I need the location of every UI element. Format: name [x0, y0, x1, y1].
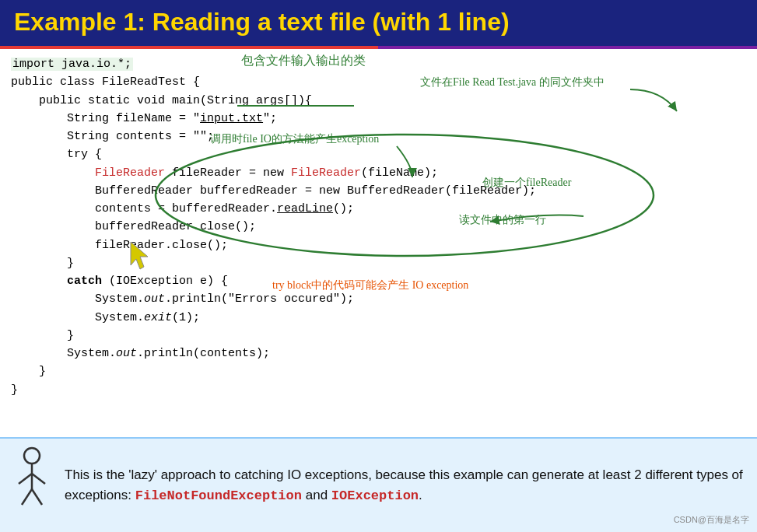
code-line-closetry: }: [11, 254, 746, 272]
svg-point-2: [24, 448, 40, 464]
code-line-contents: String contents = "";: [11, 128, 746, 145]
info-box-text: This is the 'lazy' approach to catching …: [65, 465, 746, 506]
code-line-close1: bufferedReader.close();: [11, 218, 746, 236]
code-line-import: import java.io.*;: [11, 55, 746, 73]
code-line-println2: System.out.println(contents);: [11, 345, 746, 362]
code-line-closecatch: }: [11, 327, 746, 345]
svg-line-6: [22, 489, 32, 505]
info-box: This is the 'lazy' approach to catching …: [0, 437, 757, 532]
slide: Example 1: Reading a text file (with 1 l…: [0, 0, 757, 532]
code-line-exit: System.exit(1);: [11, 309, 746, 327]
code-line-println1: System.out.println("Errors occured");: [11, 290, 746, 308]
code-line-filereader: FileReader fileReader = new FileReader(f…: [11, 164, 746, 182]
svg-line-4: [19, 474, 32, 484]
code-line-closeclass2: }: [11, 381, 746, 399]
code-line-class: public class FileReadTest {: [11, 73, 746, 91]
slide-title: Example 1: Reading a text file (with 1 l…: [14, 8, 510, 37]
stick-figure: [11, 446, 54, 524]
code-line-buffered: BufferedReader bufferedReader = new Buff…: [11, 182, 746, 200]
code-line-filename: String fileName = "input.txt";: [11, 110, 746, 128]
svg-line-5: [32, 474, 45, 484]
period: .: [419, 488, 422, 502]
code-line-closeclass1: }: [11, 362, 746, 380]
svg-line-7: [32, 489, 42, 505]
code-line-catch: catch (IOException e) {: [11, 272, 746, 290]
code-area: import java.io.*; public class FileReadT…: [0, 49, 757, 461]
code-line-close2: fileReader.close();: [11, 236, 746, 254]
and-text: and: [306, 488, 328, 502]
import-highlight: import java.io.*;: [11, 58, 133, 71]
code-line-readline: contents = bufferedReader.readLine();: [11, 200, 746, 218]
title-bar: Example 1: Reading a text file (with 1 l…: [0, 0, 757, 46]
watermark: CSDN@百海是名字: [674, 514, 749, 526]
exception1-text: FileNotFoundException: [135, 488, 302, 503]
exception2-text: IOException: [331, 488, 419, 503]
code-block: import java.io.*; public class FileReadT…: [11, 55, 746, 399]
code-line-try: try {: [11, 145, 746, 163]
code-line-main: public static void main(String args[]){: [11, 92, 746, 110]
